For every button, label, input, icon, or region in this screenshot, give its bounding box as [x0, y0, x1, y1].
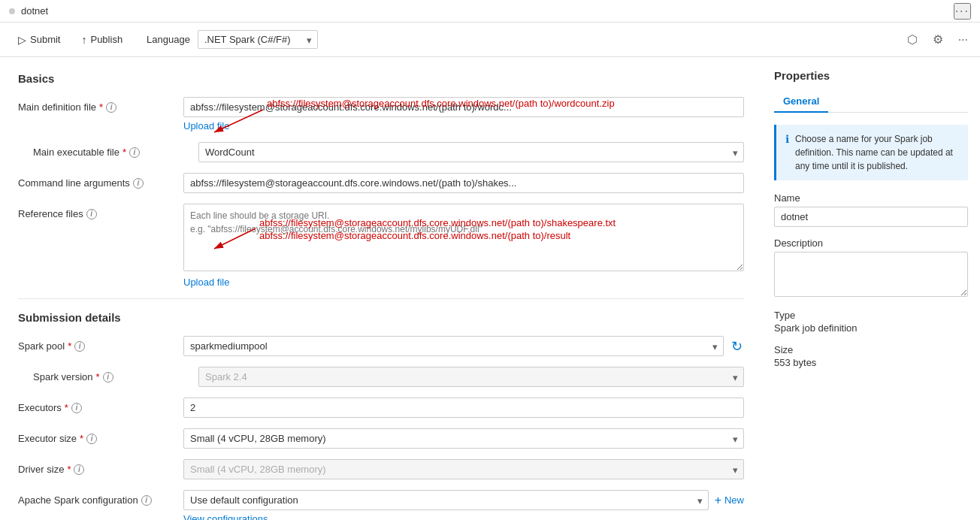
driver-size-info-icon[interactable]: i [74, 464, 84, 475]
driver-size-label: Driver size * i [18, 459, 183, 475]
prop-name-input[interactable] [774, 207, 968, 227]
view-configurations-link[interactable]: View configurations [183, 513, 268, 520]
properties-title: Properties [774, 69, 968, 82]
properties-tabs: General [774, 91, 968, 113]
prop-size-value: 553 bytes [774, 357, 968, 368]
form-area: Basics Main definition file * i Upload f… [0, 57, 762, 520]
prop-name-field: Name [774, 192, 968, 227]
upload-file-link-1[interactable]: Upload file [183, 120, 229, 132]
apache-config-label: Apache Spark configuration i [18, 490, 183, 506]
apache-config-row: Apache Spark configuration i Use default… [18, 490, 744, 520]
executors-label: Executors * i [18, 398, 183, 413]
executors-info-icon[interactable]: i [71, 403, 82, 413]
spark-pool-control: sparkmediumpool ↻ [183, 336, 744, 356]
app-title: dotnet [21, 5, 48, 17]
spark-version-info-icon[interactable]: i [103, 372, 113, 382]
upload-file-link-2[interactable]: Upload file [183, 277, 229, 288]
executor-size-select[interactable]: Small (4 vCPU, 28GB memory) Medium (8 vC… [183, 428, 744, 449]
apache-config-select[interactable]: Use default configuration [183, 490, 709, 510]
main-executable-control: WordCount [198, 142, 744, 162]
spark-pool-select[interactable]: sparkmediumpool [183, 336, 724, 356]
executor-size-info-icon[interactable]: i [86, 434, 97, 444]
main-definition-row: Main definition file * i Upload file [18, 97, 744, 132]
settings-icon-button[interactable]: ⚙ [930, 29, 946, 50]
executor-size-control: Small (4 vCPU, 28GB memory) Medium (8 vC… [183, 428, 744, 449]
command-line-label: Command line arguments i [18, 173, 183, 189]
spark-pool-info-icon[interactable]: i [74, 341, 85, 352]
spark-version-label: Spark version * i [33, 367, 198, 382]
tab-general[interactable]: General [774, 91, 828, 113]
main-executable-info-icon[interactable]: i [129, 147, 140, 158]
main-definition-input[interactable] [183, 97, 744, 117]
share-icon-button[interactable]: ⬡ [904, 29, 921, 50]
executor-size-row: Executor size * i Small (4 vCPU, 28GB me… [18, 428, 744, 449]
publish-icon: ↑ [81, 34, 86, 46]
command-line-row: Command line arguments i [18, 173, 744, 193]
basics-section-title: Basics [18, 72, 744, 85]
info-box-content: ℹ Choose a name for your Spark job defin… [785, 132, 959, 173]
driver-size-control: Small (4 vCPU, 28GB memory) [183, 459, 744, 479]
main-definition-control: Upload file [183, 97, 744, 132]
publish-label: Publish [90, 34, 122, 45]
reference-files-row: Reference files i Upload file [18, 204, 744, 288]
spark-pool-row: Spark pool * i sparkmediumpool ↻ [18, 336, 744, 356]
language-select[interactable]: .NET Spark (C#/F#) PySpark Spark (Scala) [198, 30, 318, 49]
spark-version-select[interactable]: Spark 2.4 [198, 367, 744, 387]
form-area-wrapper: abfss://filesystem@storageaccount.dfs.co… [0, 57, 762, 520]
toolbar-left: ▷ Submit ↑ Publish Language .NET Spark (… [9, 29, 318, 50]
info-box-icon: ℹ [785, 133, 789, 173]
driver-size-select[interactable]: Small (4 vCPU, 28GB memory) [183, 459, 744, 479]
toolbar-right: ⬡ ⚙ ··· [904, 29, 971, 50]
main-definition-info-icon[interactable]: i [106, 102, 116, 113]
main-definition-label: Main definition file * i [18, 97, 183, 113]
title-dot [9, 8, 15, 14]
executors-input[interactable] [183, 398, 744, 418]
spark-pool-label: Spark pool * i [18, 336, 183, 352]
submit-button[interactable]: ▷ Submit [9, 29, 69, 50]
prop-size-label: Size [774, 344, 968, 355]
language-label: Language [147, 34, 190, 45]
apache-config-control: Use default configuration + New View con… [183, 490, 744, 520]
command-line-info-icon[interactable]: i [133, 178, 144, 189]
command-line-input[interactable] [183, 173, 744, 193]
plus-icon: + [715, 494, 721, 507]
executors-row: Executors * i [18, 398, 744, 418]
submit-icon: ▷ [18, 34, 26, 46]
reference-files-textarea[interactable] [183, 204, 744, 271]
title-bar-left: dotnet [9, 5, 48, 17]
title-more-button[interactable]: ··· [954, 3, 971, 20]
title-bar-right: ··· [954, 3, 971, 20]
prop-type-value: Spark job definition [774, 322, 968, 334]
driver-size-row: Driver size * i Small (4 vCPU, 28GB memo… [18, 459, 744, 479]
executor-size-label: Executor size * i [18, 428, 183, 444]
new-label: New [724, 494, 744, 506]
main-executable-select[interactable]: WordCount [198, 142, 744, 162]
prop-size-field: Size 553 bytes [774, 344, 968, 368]
toolbar: ▷ Submit ↑ Publish Language .NET Spark (… [0, 23, 980, 57]
main-executable-row: Main executable file * i WordCount [18, 142, 744, 162]
spark-version-control: Spark 2.4 [198, 367, 744, 387]
spark-version-row: Spark version * i Spark 2.4 [18, 367, 744, 387]
publish-button[interactable]: ↑ Publish [72, 29, 132, 50]
reference-files-info-icon[interactable]: i [86, 209, 97, 219]
submission-section-title: Submission details [18, 311, 744, 324]
reference-files-label: Reference files i [18, 204, 183, 219]
language-select-wrapper: .NET Spark (C#/F#) PySpark Spark (Scala) [193, 30, 318, 49]
prop-type-field: Type Spark job definition [774, 310, 968, 334]
more-options-button[interactable]: ··· [955, 30, 971, 50]
prop-description-field: Description [774, 237, 968, 299]
prop-description-label: Description [774, 237, 968, 249]
new-config-button[interactable]: + New [715, 494, 744, 507]
prop-name-label: Name [774, 192, 968, 204]
spark-pool-input-row: sparkmediumpool ↻ [183, 336, 744, 356]
spark-pool-refresh-button[interactable]: ↻ [730, 337, 744, 356]
prop-type-label: Type [774, 310, 968, 321]
command-line-control [183, 173, 744, 193]
apache-config-input-row: Use default configuration + New [183, 490, 744, 510]
properties-panel: Properties General ℹ Choose a name for y… [762, 57, 980, 520]
spark-pool-dropdown-wrap: sparkmediumpool [183, 336, 724, 356]
prop-description-textarea[interactable] [774, 252, 968, 297]
title-bar: dotnet ··· [0, 0, 980, 23]
submit-label: Submit [30, 34, 60, 45]
apache-config-info-icon[interactable]: i [141, 495, 152, 506]
